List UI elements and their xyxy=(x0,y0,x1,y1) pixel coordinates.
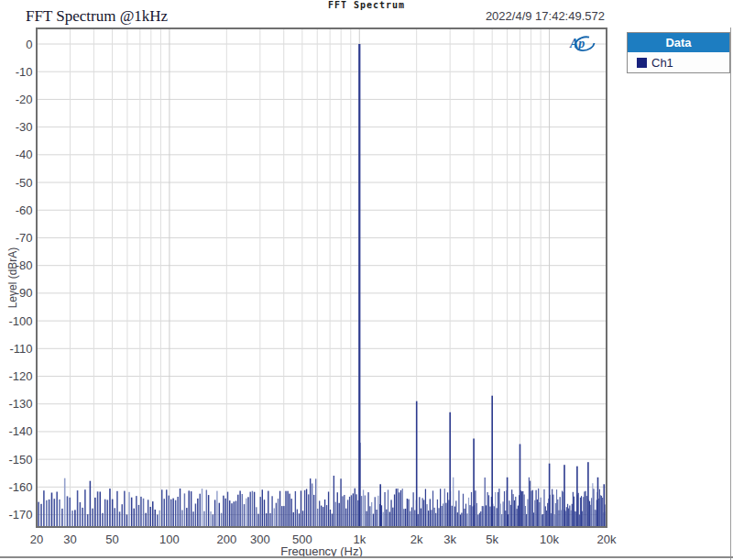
y-tick-label: -10 xyxy=(16,65,33,79)
fft-bin-peak xyxy=(358,44,360,527)
y-tick-label: -170 xyxy=(8,508,32,522)
fft-bin-peak xyxy=(473,439,475,528)
fft-bin-peak xyxy=(604,484,606,527)
fft-plot[interactable]: 0-10-20-30-40-50-60-70-80-90-100-110-120… xyxy=(0,0,733,560)
legend-panel: Data Ch1 xyxy=(627,32,730,73)
y-tick-label: -30 xyxy=(16,120,33,134)
fft-analyzer-window: FFT Spectrum FFT Spectrum @1kHz 2022/4/9… xyxy=(0,0,733,560)
legend-item-label: Ch1 xyxy=(651,56,673,70)
plot-border xyxy=(37,28,607,527)
spectral-peaks xyxy=(358,44,605,527)
y-tick-label: -70 xyxy=(16,231,33,245)
y-tick-label: -60 xyxy=(16,203,33,217)
y-tick-label: 0 xyxy=(26,38,32,51)
legend-item-ch1[interactable]: Ch1 xyxy=(628,52,729,72)
y-tick-label: -160 xyxy=(8,480,32,494)
panel-divider-right xyxy=(730,27,731,560)
fft-bin-peak xyxy=(587,462,589,527)
fft-bin-peak xyxy=(597,478,599,527)
fft-bin-peak xyxy=(491,396,493,527)
y-tick-label: -140 xyxy=(8,424,32,438)
fft-bin-peak xyxy=(576,467,578,527)
horizontal-gridlines xyxy=(37,44,607,515)
fft-bin-peak xyxy=(563,465,565,527)
ch1-swatch-icon xyxy=(637,58,647,68)
y-tick-label: -150 xyxy=(8,453,32,467)
fft-bin-peak xyxy=(549,464,551,527)
y-tick-label: -50 xyxy=(16,176,33,190)
y-tick-label: -20 xyxy=(16,93,33,106)
y-tick-label: -110 xyxy=(9,342,32,356)
y-tick-label: -40 xyxy=(16,148,33,161)
y-axis-title: Level (dBrA) xyxy=(6,247,19,309)
fft-bin-peak xyxy=(449,412,451,527)
window-border-bottom xyxy=(0,556,733,558)
fft-bin-peak xyxy=(507,478,509,527)
fft-bin-peak xyxy=(379,484,381,527)
fft-bin-peak xyxy=(416,401,418,527)
legend-header: Data xyxy=(628,33,729,52)
y-tick-label: -120 xyxy=(8,369,32,383)
ap-logo-icon: Ap xyxy=(567,33,600,53)
fft-bin-peak xyxy=(520,445,521,528)
y-tick-label: -130 xyxy=(8,397,32,411)
ap-logo-text: Ap xyxy=(569,37,585,50)
y-tick-label: -100 xyxy=(8,314,32,328)
vertical-gridlines xyxy=(71,28,607,527)
